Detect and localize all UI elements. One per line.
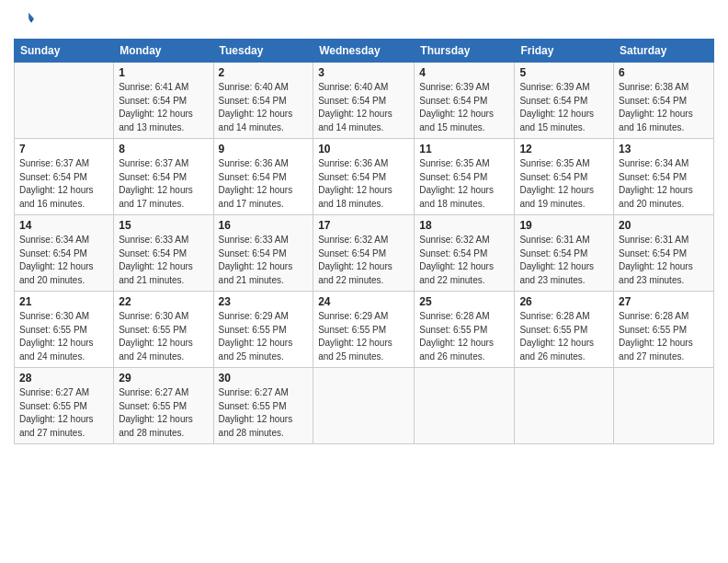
- day-detail: Sunrise: 6:34 AM Sunset: 6:54 PM Dayligh…: [19, 234, 108, 287]
- calendar-cell: 8Sunrise: 6:37 AM Sunset: 6:54 PM Daylig…: [114, 139, 213, 215]
- day-detail: Sunrise: 6:39 AM Sunset: 6:54 PM Dayligh…: [419, 81, 509, 134]
- day-detail: Sunrise: 6:28 AM Sunset: 6:55 PM Dayligh…: [419, 310, 509, 363]
- col-tuesday: Tuesday: [213, 40, 313, 63]
- col-saturday: Saturday: [614, 40, 714, 63]
- day-detail: Sunrise: 6:36 AM Sunset: 6:54 PM Dayligh…: [219, 157, 309, 211]
- calendar-cell: 14Sunrise: 6:34 AM Sunset: 6:54 PM Dayli…: [15, 215, 114, 292]
- col-wednesday: Wednesday: [313, 40, 415, 63]
- day-detail: Sunrise: 6:39 AM Sunset: 6:54 PM Dayligh…: [519, 81, 609, 134]
- svg-marker-1: [28, 18, 34, 22]
- day-detail: Sunrise: 6:36 AM Sunset: 6:54 PM Dayligh…: [318, 157, 409, 211]
- calendar-cell: 9Sunrise: 6:36 AM Sunset: 6:54 PM Daylig…: [213, 139, 313, 215]
- day-number: 5: [519, 66, 609, 79]
- svg-marker-0: [28, 13, 34, 19]
- day-detail: Sunrise: 6:33 AM Sunset: 6:54 PM Dayligh…: [119, 234, 208, 287]
- day-number: 23: [219, 295, 309, 308]
- day-number: 11: [419, 143, 509, 155]
- calendar-week-row: 14Sunrise: 6:34 AM Sunset: 6:54 PM Dayli…: [15, 215, 714, 292]
- day-number: 30: [219, 372, 309, 385]
- day-number: 1: [119, 66, 208, 79]
- calendar-cell: 1Sunrise: 6:41 AM Sunset: 6:54 PM Daylig…: [114, 63, 213, 139]
- calendar-cell: 3Sunrise: 6:40 AM Sunset: 6:54 PM Daylig…: [313, 63, 415, 139]
- calendar-cell: [515, 368, 614, 444]
- calendar-cell: 26Sunrise: 6:28 AM Sunset: 6:55 PM Dayli…: [515, 292, 614, 368]
- day-detail: Sunrise: 6:30 AM Sunset: 6:55 PM Dayligh…: [119, 310, 208, 363]
- day-number: 15: [119, 219, 208, 232]
- day-detail: Sunrise: 6:37 AM Sunset: 6:54 PM Dayligh…: [19, 157, 108, 211]
- calendar-cell: 17Sunrise: 6:32 AM Sunset: 6:54 PM Dayli…: [313, 215, 415, 292]
- day-detail: Sunrise: 6:40 AM Sunset: 6:54 PM Dayligh…: [318, 81, 409, 134]
- day-number: 20: [619, 219, 709, 232]
- calendar-cell: 7Sunrise: 6:37 AM Sunset: 6:54 PM Daylig…: [15, 139, 114, 215]
- day-detail: Sunrise: 6:31 AM Sunset: 6:54 PM Dayligh…: [519, 234, 609, 287]
- calendar-cell: 4Sunrise: 6:39 AM Sunset: 6:54 PM Daylig…: [415, 63, 515, 139]
- day-number: 13: [619, 143, 709, 155]
- calendar-cell: 20Sunrise: 6:31 AM Sunset: 6:54 PM Dayli…: [614, 215, 714, 292]
- day-number: 2: [219, 66, 309, 79]
- day-number: 7: [19, 143, 108, 155]
- day-number: 9: [219, 143, 309, 155]
- day-number: 25: [419, 295, 509, 308]
- calendar-week-row: 7Sunrise: 6:37 AM Sunset: 6:54 PM Daylig…: [15, 139, 714, 215]
- header: [14, 9, 714, 31]
- calendar-cell: 22Sunrise: 6:30 AM Sunset: 6:55 PM Dayli…: [114, 292, 213, 368]
- col-monday: Monday: [114, 40, 213, 63]
- calendar-cell: 24Sunrise: 6:29 AM Sunset: 6:55 PM Dayli…: [313, 292, 415, 368]
- day-number: 12: [519, 143, 609, 155]
- day-number: 26: [519, 295, 609, 308]
- calendar-cell: 29Sunrise: 6:27 AM Sunset: 6:55 PM Dayli…: [114, 368, 213, 444]
- day-detail: Sunrise: 6:31 AM Sunset: 6:54 PM Dayligh…: [619, 234, 709, 287]
- calendar-header-row: Sunday Monday Tuesday Wednesday Thursday…: [15, 40, 714, 63]
- calendar-week-row: 1Sunrise: 6:41 AM Sunset: 6:54 PM Daylig…: [15, 63, 714, 139]
- day-detail: Sunrise: 6:41 AM Sunset: 6:54 PM Dayligh…: [119, 81, 208, 134]
- day-detail: Sunrise: 6:38 AM Sunset: 6:54 PM Dayligh…: [619, 81, 709, 134]
- day-number: 22: [119, 295, 208, 308]
- day-number: 8: [119, 143, 208, 155]
- day-detail: Sunrise: 6:35 AM Sunset: 6:54 PM Dayligh…: [419, 157, 509, 211]
- col-sunday: Sunday: [15, 40, 114, 63]
- calendar-cell: 16Sunrise: 6:33 AM Sunset: 6:54 PM Dayli…: [213, 215, 313, 292]
- day-number: 17: [318, 219, 409, 232]
- day-detail: Sunrise: 6:28 AM Sunset: 6:55 PM Dayligh…: [519, 310, 609, 363]
- day-detail: Sunrise: 6:27 AM Sunset: 6:55 PM Dayligh…: [19, 386, 108, 440]
- calendar-table: Sunday Monday Tuesday Wednesday Thursday…: [14, 39, 714, 444]
- calendar-cell: 2Sunrise: 6:40 AM Sunset: 6:54 PM Daylig…: [213, 63, 313, 139]
- calendar-cell: 11Sunrise: 6:35 AM Sunset: 6:54 PM Dayli…: [415, 139, 515, 215]
- page: Sunday Monday Tuesday Wednesday Thursday…: [0, 0, 728, 563]
- calendar-cell: 19Sunrise: 6:31 AM Sunset: 6:54 PM Dayli…: [515, 215, 614, 292]
- calendar-cell: 25Sunrise: 6:28 AM Sunset: 6:55 PM Dayli…: [415, 292, 515, 368]
- day-detail: Sunrise: 6:29 AM Sunset: 6:55 PM Dayligh…: [318, 310, 409, 363]
- calendar-cell: 28Sunrise: 6:27 AM Sunset: 6:55 PM Dayli…: [15, 368, 114, 444]
- day-number: 21: [19, 295, 108, 308]
- col-friday: Friday: [515, 40, 614, 63]
- calendar-cell: 10Sunrise: 6:36 AM Sunset: 6:54 PM Dayli…: [313, 139, 415, 215]
- calendar-cell: 6Sunrise: 6:38 AM Sunset: 6:54 PM Daylig…: [614, 63, 714, 139]
- calendar-cell: [15, 63, 114, 139]
- day-number: 6: [619, 66, 709, 79]
- day-detail: Sunrise: 6:28 AM Sunset: 6:55 PM Dayligh…: [619, 310, 709, 363]
- day-number: 28: [19, 372, 108, 385]
- day-detail: Sunrise: 6:27 AM Sunset: 6:55 PM Dayligh…: [119, 386, 208, 440]
- calendar-cell: [614, 368, 714, 444]
- calendar-cell: [313, 368, 415, 444]
- day-detail: Sunrise: 6:37 AM Sunset: 6:54 PM Dayligh…: [119, 157, 208, 211]
- logo-icon: [14, 9, 34, 29]
- calendar-week-row: 28Sunrise: 6:27 AM Sunset: 6:55 PM Dayli…: [15, 368, 714, 444]
- day-number: 3: [318, 66, 409, 79]
- calendar-cell: 18Sunrise: 6:32 AM Sunset: 6:54 PM Dayli…: [415, 215, 515, 292]
- day-number: 29: [119, 372, 208, 385]
- day-number: 4: [419, 66, 509, 79]
- calendar-cell: 30Sunrise: 6:27 AM Sunset: 6:55 PM Dayli…: [213, 368, 313, 444]
- day-detail: Sunrise: 6:30 AM Sunset: 6:55 PM Dayligh…: [19, 310, 108, 363]
- day-number: 10: [318, 143, 409, 155]
- calendar-cell: 15Sunrise: 6:33 AM Sunset: 6:54 PM Dayli…: [114, 215, 213, 292]
- day-number: 18: [419, 219, 509, 232]
- calendar-cell: 21Sunrise: 6:30 AM Sunset: 6:55 PM Dayli…: [15, 292, 114, 368]
- calendar-cell: 13Sunrise: 6:34 AM Sunset: 6:54 PM Dayli…: [614, 139, 714, 215]
- col-thursday: Thursday: [415, 40, 515, 63]
- calendar-cell: 23Sunrise: 6:29 AM Sunset: 6:55 PM Dayli…: [213, 292, 313, 368]
- day-detail: Sunrise: 6:27 AM Sunset: 6:55 PM Dayligh…: [219, 386, 309, 440]
- day-detail: Sunrise: 6:32 AM Sunset: 6:54 PM Dayligh…: [318, 234, 409, 287]
- day-number: 24: [318, 295, 409, 308]
- day-number: 27: [619, 295, 709, 308]
